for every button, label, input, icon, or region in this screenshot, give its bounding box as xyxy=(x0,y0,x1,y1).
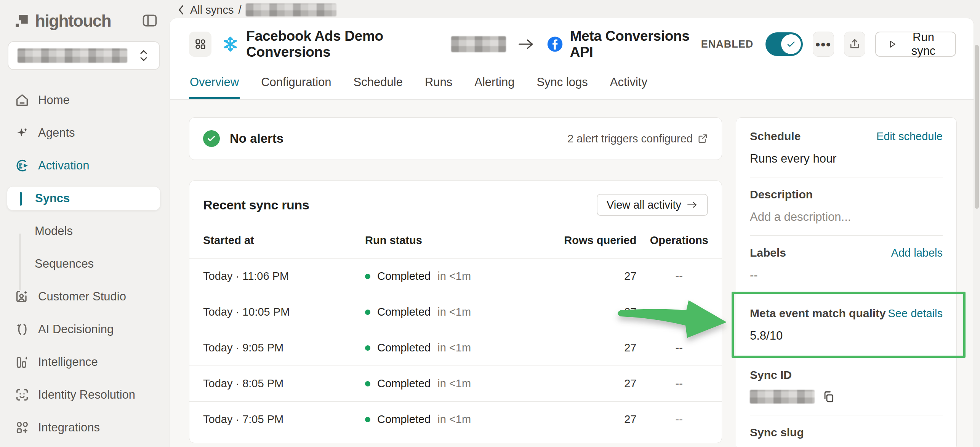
sidebar-item-intelligence[interactable]: Intelligence xyxy=(0,346,170,378)
home-icon xyxy=(14,93,30,108)
match-quality-section: Meta event match quality See details 5.8… xyxy=(736,294,956,358)
sync-details-card: Schedule Edit schedule Runs every hour D… xyxy=(736,117,957,447)
more-options-button[interactable]: ••• xyxy=(813,32,834,57)
sync-id-label: Sync ID xyxy=(750,369,792,382)
toggle-knob xyxy=(781,34,801,54)
sparkle-icon xyxy=(14,125,30,140)
workspace-selector[interactable] xyxy=(8,41,160,70)
breadcrumb-back[interactable]: All syncs xyxy=(176,4,234,16)
alerts-title: No alerts xyxy=(230,131,283,146)
table-row[interactable]: Today · 10:05 PM Completedin <1m 27 -- xyxy=(189,294,722,330)
enabled-label: ENABLED xyxy=(701,38,754,50)
hightouch-logo-icon xyxy=(14,13,30,29)
table-row[interactable]: Today · 7:05 PM Completedin <1m 27 -- xyxy=(189,402,722,437)
check-circle-icon xyxy=(203,130,220,147)
overview-content: No alerts 2 alert triggers configured Re… xyxy=(170,100,974,447)
table-row[interactable]: Today · 11:06 PM Completedin <1m 27 -- xyxy=(189,259,722,294)
facebook-icon xyxy=(547,35,563,53)
sync-grid-button[interactable] xyxy=(189,32,211,57)
collapse-sidebar-button[interactable] xyxy=(141,12,159,30)
logo-row: hightouch xyxy=(0,0,170,30)
labels-section: Labels Add labels -- xyxy=(736,236,956,294)
sync-slug-section: Sync slug xyxy=(736,415,956,447)
view-all-arrow-icon xyxy=(687,200,698,209)
sidebar-item-integrations[interactable]: Integrations xyxy=(0,411,170,444)
workspace-name-redacted xyxy=(18,48,127,63)
tab-sync-logs[interactable]: Sync logs xyxy=(536,66,588,99)
view-all-activity-button[interactable]: View all activity xyxy=(597,194,708,216)
sync-id-redacted xyxy=(750,390,815,404)
schedule-section: Schedule Edit schedule Runs every hour xyxy=(736,119,956,177)
export-button[interactable] xyxy=(844,32,865,57)
status-dot xyxy=(365,381,370,386)
sidebar-nav: Home Agents Activation xyxy=(0,84,170,444)
bar-chart-icon xyxy=(14,354,30,370)
right-column: Schedule Edit schedule Runs every hour D… xyxy=(736,117,957,447)
breadcrumb-separator: / xyxy=(238,4,241,16)
status-dot xyxy=(365,417,370,422)
sidebar-item-customer-studio[interactable]: Customer Studio xyxy=(0,280,170,313)
play-icon xyxy=(887,38,897,50)
description-section: Description Add a description... xyxy=(736,177,956,235)
add-labels-link[interactable]: Add labels xyxy=(891,247,943,259)
sidebar-item-models[interactable]: Models xyxy=(0,215,170,247)
table-row[interactable]: Today · 8:05 PM Completedin <1m 27 -- xyxy=(189,366,722,402)
recent-sync-runs-card: Recent sync runs View all activity Start… xyxy=(189,180,722,443)
sync-slug-label: Sync slug xyxy=(750,426,804,439)
activation-icon xyxy=(14,158,30,173)
tab-schedule[interactable]: Schedule xyxy=(353,66,404,99)
breadcrumb-current-redacted xyxy=(246,3,336,16)
person-frame-icon xyxy=(14,289,30,304)
sidebar-item-agents[interactable]: Agents xyxy=(0,117,170,149)
edit-schedule-link[interactable]: Edit schedule xyxy=(876,130,943,143)
enabled-toggle[interactable] xyxy=(765,32,803,56)
column-run-status: Run status xyxy=(365,226,530,259)
schedule-value: Runs every hour xyxy=(750,152,943,166)
active-indicator xyxy=(20,192,22,206)
ellipsis-icon: ••• xyxy=(815,40,831,48)
copy-sync-id-button[interactable] xyxy=(822,390,835,403)
alerts-card: No alerts 2 alert triggers configured xyxy=(189,117,722,160)
tab-activity[interactable]: Activity xyxy=(609,66,648,99)
alert-triggers-link[interactable]: 2 alert triggers configured xyxy=(567,133,708,145)
see-details-link[interactable]: See details xyxy=(888,307,943,320)
annotation-highlight-box xyxy=(732,292,966,358)
collapse-sidebar-icon xyxy=(141,12,158,29)
shapes-grid-icon xyxy=(14,420,30,435)
copy-icon xyxy=(822,390,835,403)
header-actions: ENABLED ••• Run sync xyxy=(701,32,956,57)
sidebar-item-home[interactable]: Home xyxy=(0,84,170,117)
sidebar: hightouch Home xyxy=(0,0,170,447)
app-root: hightouch Home xyxy=(0,0,980,447)
sync-runs-table: Started at Run status Rows queried Opera… xyxy=(189,226,722,437)
run-sync-button[interactable]: Run sync xyxy=(875,32,956,57)
table-row[interactable]: Today · 9:05 PM Completedin <1m 27 -- xyxy=(189,330,722,366)
status-dot xyxy=(365,310,370,315)
match-quality-value: 5.8/10 xyxy=(750,329,943,343)
tab-runs[interactable]: Runs xyxy=(424,66,453,99)
column-started-at: Started at xyxy=(189,226,365,259)
check-icon xyxy=(785,38,797,50)
sync-id-section: Sync ID xyxy=(736,358,956,415)
sidebar-item-identity-resolution[interactable]: Identity Resolution xyxy=(0,378,170,411)
source-title: Facebook Ads Demo Conversions xyxy=(246,28,448,60)
brand-name: hightouch xyxy=(35,11,111,30)
branches-icon xyxy=(14,322,30,337)
sidebar-item-sequences[interactable]: Sequences xyxy=(0,247,170,280)
labels-label: Labels xyxy=(750,246,786,259)
sidebar-item-ai-decisioning[interactable]: AI Decisioning xyxy=(0,313,170,346)
status-dot xyxy=(365,274,370,279)
sync-grid-icon xyxy=(194,38,207,51)
tab-overview[interactable]: Overview xyxy=(189,66,240,99)
sidebar-item-syncs[interactable]: Syncs xyxy=(7,186,160,211)
scrollbar-thumb[interactable] xyxy=(975,45,979,209)
sidebar-item-activation[interactable]: Activation xyxy=(0,149,170,182)
left-column: No alerts 2 alert triggers configured Re… xyxy=(189,117,722,447)
tab-configuration[interactable]: Configuration xyxy=(260,66,332,99)
description-placeholder[interactable]: Add a description... xyxy=(750,210,943,224)
snowflake-icon xyxy=(222,35,239,53)
column-rows-queried: Rows queried xyxy=(530,226,636,259)
tab-alerting[interactable]: Alerting xyxy=(474,66,515,99)
column-operations: Operations xyxy=(636,226,722,259)
labels-value: -- xyxy=(750,268,943,282)
